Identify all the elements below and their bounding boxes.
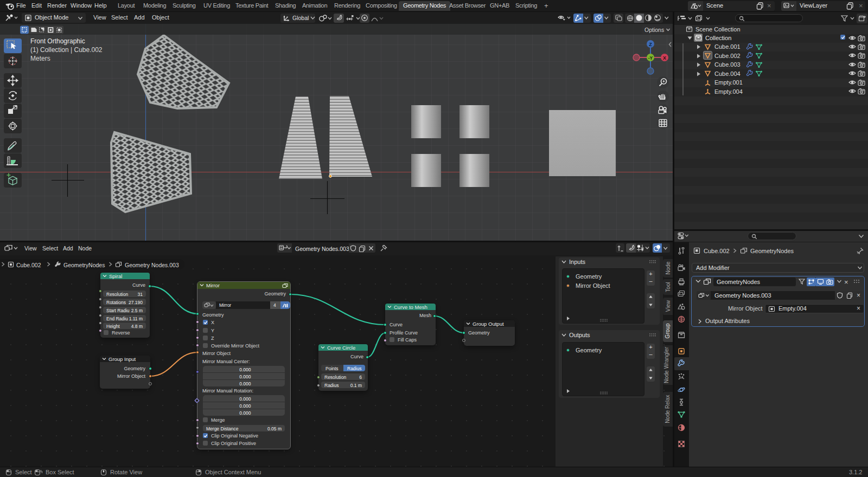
svg-text:Meters: Meters (30, 55, 50, 62)
svg-text:-Y: -Y (648, 55, 653, 61)
svg-text:Front Orthographic: Front Orthographic (30, 37, 85, 45)
svg-text:X: X (663, 55, 666, 61)
svg-text:(1) Collection | Cube.002: (1) Collection | Cube.002 (30, 46, 103, 54)
svg-text:Z: Z (649, 42, 652, 47)
svg-text:Options: Options (644, 27, 664, 33)
